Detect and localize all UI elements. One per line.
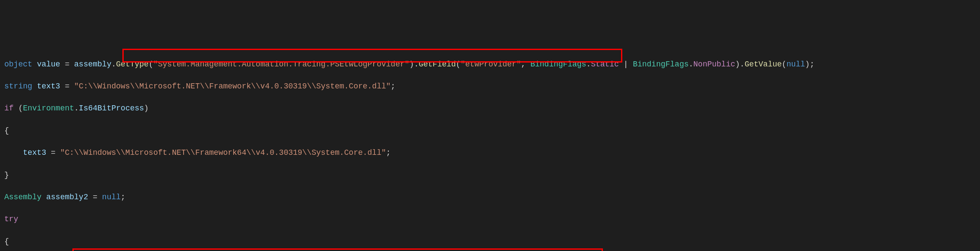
code-line: if (Environment.Is64BitProcess) [4,103,976,114]
method-getvalue: GetValue [745,60,782,69]
var-value: value [37,60,60,69]
enum-bindingflags: BindingFlags [531,60,587,69]
string-literal: "C:\\Windows\\Microsoft.NET\\Framework64… [60,148,386,157]
code-line: object value = assembly.GetType("System.… [4,59,976,70]
string-literal: "System.Management.Automation.Tracing.PS… [153,60,409,69]
var-text3: text3 [37,82,60,91]
enum-nonpublic: NonPublic [693,60,735,69]
var-assembly2: assembly2 [46,193,88,201]
var-text3: text3 [23,148,46,157]
keyword-null: null [786,60,805,69]
keyword-try: try [4,215,18,223]
string-literal: "etwProvider" [461,60,521,69]
prop-is64: Is64BitProcess [79,104,144,113]
code-editor: object value = assembly.GetType("System.… [4,48,976,251]
keyword-string: string [4,82,32,91]
string-literal: "C:\\Windows\\Microsoft.NET\\Framework\\… [74,82,391,91]
method-gettype: GetType [116,60,149,69]
method-getfield: GetField [418,60,456,69]
code-line: Assembly assembly2 = null; [4,192,976,203]
code-line: { [4,126,976,137]
keyword-object: object [4,60,32,69]
highlight-box-2 [72,248,603,251]
keyword-null: null [102,193,121,201]
keyword-if: if [4,104,14,113]
code-line: { [4,236,976,248]
var-assembly: assembly [74,60,111,69]
enum-static: Static [591,60,619,69]
code-line: try [4,214,976,225]
type-assembly: Assembly [4,193,41,201]
enum-bindingflags: BindingFlags [633,60,689,69]
code-line: } [4,170,976,181]
code-line: text3 = "C:\\Windows\\Microsoft.NET\\Fra… [4,147,976,159]
type-environment: Environment [23,104,74,113]
code-line: string text3 = "C:\\Windows\\Microsoft.N… [4,81,976,92]
